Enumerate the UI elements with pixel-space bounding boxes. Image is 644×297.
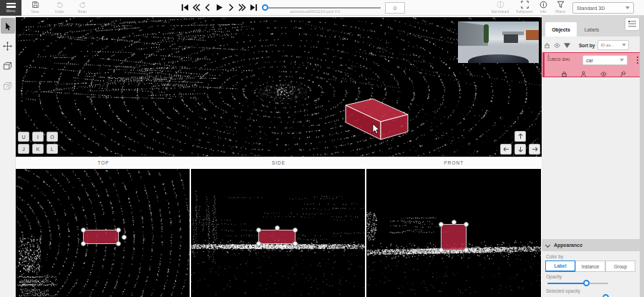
prev-frame-button[interactable] [203, 1, 213, 13]
panel-settings-button[interactable] [625, 18, 639, 30]
opacity-slider[interactable] [547, 280, 608, 286]
brain-icon [497, 1, 504, 9]
menu-button[interactable]: Menu [0, 0, 21, 16]
color-by-group-button[interactable]: Group [605, 261, 635, 272]
fullscreen-button[interactable]: Fullscreen [514, 1, 535, 15]
side-ortho-view [191, 169, 365, 297]
rotate-handle[interactable] [122, 235, 127, 240]
selected-opacity-label: Selected opacity [546, 288, 580, 293]
view-mode-select[interactable]: Standard 3D [572, 2, 634, 14]
panel-scrollbar[interactable] [640, 16, 644, 297]
redo-icon [79, 1, 87, 9]
playback-controls [180, 1, 258, 13]
not-trained-indicator: Not trained [488, 1, 512, 15]
selected-opacity-slider[interactable] [547, 294, 608, 297]
not-trained-label: Not trained [492, 9, 509, 14]
resize-handle[interactable] [439, 248, 444, 253]
pointcloud-paint-tool-button[interactable] [1, 78, 15, 94]
resize-handle[interactable] [256, 241, 261, 246]
color-by-label-button[interactable]: Label [545, 261, 575, 272]
resize-handle[interactable] [464, 222, 469, 227]
cuboid-annotation-front-view[interactable] [441, 224, 467, 250]
pan-up-button[interactable] [514, 131, 526, 142]
hotkey-u-button[interactable]: U [18, 132, 29, 142]
color-by-instance-button[interactable]: Instance [575, 261, 605, 272]
expand-all-button[interactable] [562, 42, 572, 49]
resize-handle[interactable] [256, 228, 261, 233]
selected-opacity-slider-handle[interactable] [602, 294, 609, 297]
hotkey-l-button[interactable]: L [47, 144, 58, 154]
opacity-label: Opacity [546, 274, 562, 279]
object-pin-button[interactable] [620, 67, 626, 80]
opacity-slider-handle[interactable] [583, 280, 590, 286]
pan-down-button[interactable] [514, 144, 526, 155]
lock-all-button[interactable] [542, 42, 552, 49]
eye-icon [554, 42, 560, 49]
visibility-all-button[interactable] [552, 42, 562, 49]
frame-number-input[interactable] [385, 2, 405, 14]
pan-right-button[interactable] [529, 144, 540, 155]
arrow-left-icon [503, 146, 509, 152]
fast-forward-icon [238, 4, 246, 11]
object-type-label: CUBOID 3D#1 [547, 58, 570, 62]
filters-label: Filters [555, 9, 565, 14]
hotkey-o-button[interactable]: O [47, 132, 58, 142]
tools-sidebar [0, 16, 16, 297]
ortho-view-labels: TOP SIDE FRONT [16, 157, 542, 169]
rotate-handle[interactable] [452, 220, 457, 225]
last-frame-button[interactable] [249, 1, 258, 13]
next-frame-button[interactable] [226, 1, 235, 13]
move-tool-button[interactable] [1, 38, 15, 54]
resize-handle[interactable] [293, 241, 298, 246]
filter-funnel-icon [557, 1, 565, 9]
sort-order-select[interactable]: ID as… [597, 40, 629, 50]
resize-handle[interactable] [81, 228, 86, 233]
rewind-button[interactable] [192, 1, 201, 13]
hotkey-k-button[interactable]: K [32, 144, 44, 154]
tab-labels[interactable]: Labels [577, 22, 607, 36]
person-icon [580, 71, 587, 77]
play-button[interactable] [215, 1, 224, 13]
color-by-label: Color by [546, 254, 563, 259]
object-author-button[interactable] [580, 67, 587, 80]
resize-handle[interactable] [439, 222, 444, 227]
redo-label: Redo [78, 9, 87, 14]
cuboid-tool-button[interactable] [1, 58, 15, 74]
info-button[interactable]: Info [535, 1, 551, 15]
rotate-handle[interactable] [275, 225, 280, 230]
resize-handle[interactable] [116, 228, 121, 233]
object-visibility-button[interactable] [600, 67, 607, 80]
thumb-truck [504, 34, 518, 43]
chevron-down-icon [625, 6, 630, 9]
fast-forward-button[interactable] [238, 1, 247, 13]
hotkey-j-button[interactable]: J [18, 144, 29, 154]
resize-handle[interactable] [464, 248, 469, 253]
object-card-car[interactable]: 1 CUBOID 3D#1 car [542, 52, 640, 77]
resize-handle[interactable] [81, 241, 86, 246]
first-frame-button[interactable] [180, 1, 190, 13]
resize-handle[interactable] [293, 228, 298, 233]
hotkey-i-button[interactable]: I [32, 132, 44, 142]
camera-photo-thumbnail[interactable] [458, 21, 539, 63]
cuboid-annotation-side-view[interactable] [258, 230, 296, 244]
frame-slider-handle[interactable] [262, 4, 268, 11]
fullscreen-icon [521, 1, 529, 9]
tab-objects[interactable]: Objects [545, 22, 577, 36]
move-icon [3, 42, 12, 51]
object-class-value: car [586, 58, 593, 63]
frame-slider-track[interactable] [265, 7, 381, 9]
redo-button[interactable]: Redo [73, 1, 92, 15]
lock-object-button[interactable] [561, 67, 567, 80]
save-label: Save [31, 9, 39, 14]
resize-handle[interactable] [116, 241, 121, 246]
undo-button[interactable]: Undo [50, 1, 69, 15]
cuboid-annotation-top-view[interactable] [83, 230, 119, 244]
object-class-select[interactable]: car [582, 55, 628, 65]
appearance-section-header[interactable]: Appearance [542, 239, 640, 251]
thumb-tree [484, 24, 489, 43]
pan-left-button[interactable] [500, 144, 512, 155]
select-tool-button[interactable] [1, 18, 15, 34]
objects-panel-content: Sort by ID as… 1 CUBOID 3D#1 car [542, 36, 640, 297]
filters-button[interactable]: Filters [551, 1, 570, 15]
save-button[interactable]: Save [26, 1, 44, 15]
